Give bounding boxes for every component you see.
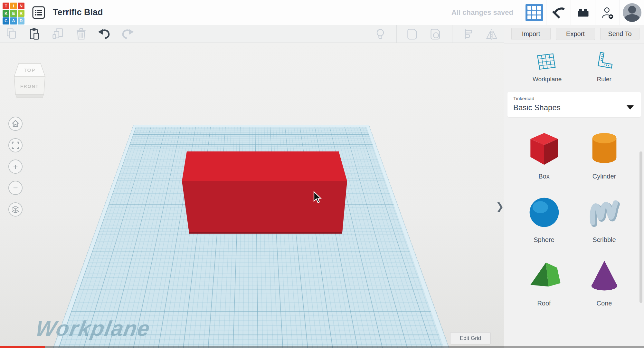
grid-apps-button[interactable]	[526, 4, 543, 21]
send-to-button[interactable]: Send To	[600, 28, 639, 40]
library-brand-label: Tinkercad	[513, 96, 635, 101]
save-status: All changes saved	[451, 8, 513, 17]
logo-tile: T	[3, 3, 9, 9]
invite-person-add-icon	[601, 5, 615, 21]
tinkercad-app: TINKERCAD Terrific Blad All changes save…	[0, 0, 644, 348]
account-menu-button[interactable]	[623, 3, 641, 22]
perspective-cube-icon	[11, 205, 20, 214]
cone-shape-icon	[587, 256, 622, 295]
solid-shape-icon	[406, 27, 419, 40]
minus-icon: −	[13, 183, 18, 193]
hole-button[interactable]	[429, 27, 443, 41]
duplicate-icon	[52, 27, 64, 40]
align-button[interactable]	[461, 27, 476, 41]
zoom-out-button[interactable]: −	[8, 181, 23, 195]
perspective-toggle-button[interactable]	[8, 202, 23, 217]
viewport-3d[interactable]: Workplane TOP FRONT	[0, 43, 504, 348]
home-view-button[interactable]	[8, 117, 23, 131]
duplicate-button[interactable]	[51, 27, 65, 41]
design-title: Terrific Blad	[53, 7, 103, 17]
red-box-object[interactable]	[182, 151, 347, 234]
copy-button[interactable]	[5, 27, 19, 41]
import-button[interactable]: Import	[511, 28, 551, 40]
ruler-tool-label: Ruler	[597, 76, 611, 83]
library-selected-value: Basic Shapes	[513, 103, 635, 112]
shape-label: Sphere	[534, 236, 554, 244]
zoom-in-button[interactable]: +	[8, 160, 23, 174]
topbar-right: All changes saved	[451, 0, 644, 25]
hole-shape-icon	[430, 27, 442, 40]
workplane-tool-label: Workplane	[533, 76, 562, 83]
list-icon	[32, 5, 46, 20]
logo-tile: I	[10, 3, 17, 9]
invite-cell	[595, 0, 620, 25]
shape-item-roof[interactable]: Roof	[514, 256, 574, 307]
scribble-shape-icon	[587, 193, 622, 232]
logo-tile: A	[10, 17, 17, 24]
shape-label: Scribble	[592, 236, 616, 244]
shape-library-dropdown[interactable]: Tinkercad Basic Shapes	[507, 92, 641, 117]
paste-icon	[28, 27, 41, 40]
fit-view-icon	[11, 141, 20, 150]
toolbar-divider	[364, 25, 364, 43]
solid-button[interactable]	[406, 27, 420, 41]
undo-button[interactable]	[97, 27, 111, 41]
copy-icon	[5, 27, 18, 40]
minecraft-pickaxe-icon	[552, 5, 566, 20]
mirror-button[interactable]	[485, 27, 499, 41]
logo-tile: N	[18, 3, 24, 9]
ruler-icon	[592, 51, 616, 72]
shape-item-scribble[interactable]: Scribble	[574, 193, 634, 244]
top-bar: TINKERCAD Terrific Blad All changes save…	[0, 0, 644, 25]
shape-item-sphere[interactable]: Sphere	[514, 193, 574, 244]
show-all-button[interactable]	[373, 27, 387, 41]
redo-button[interactable]	[120, 27, 135, 41]
logo-tile: E	[10, 10, 17, 17]
shape-label: Cylinder	[592, 173, 616, 180]
shape-item-cylinder[interactable]: Cylinder	[574, 130, 634, 180]
view-cube-front-label: FRONT	[20, 84, 39, 89]
workplane-tool[interactable]: Workplane	[533, 51, 562, 83]
brick-icon	[576, 5, 590, 20]
video-progress-played	[0, 346, 45, 348]
grid-apps-cell	[522, 0, 546, 25]
shape-item-cone[interactable]: Cone	[574, 256, 634, 307]
redo-icon	[121, 27, 134, 41]
shape-label: Cone	[597, 300, 612, 307]
shape-item-box[interactable]: Box	[514, 130, 574, 180]
export-button[interactable]: Export	[556, 28, 595, 40]
avatar-cell	[620, 0, 644, 25]
workplane-icon	[535, 51, 559, 72]
video-progress-bar[interactable]	[0, 346, 644, 348]
roof-shape-icon	[526, 256, 562, 295]
shape-grid: Box Cylinder Sphere	[504, 117, 644, 314]
fit-view-button[interactable]	[8, 138, 23, 152]
invite-button[interactable]	[601, 5, 615, 20]
design-menu-button[interactable]	[32, 5, 46, 20]
ruler-tool[interactable]: Ruler	[592, 51, 616, 83]
shape-label: Box	[538, 173, 549, 180]
undo-icon	[98, 27, 111, 41]
view-cube[interactable]: TOP FRONT	[12, 62, 47, 102]
sphere-shape-icon	[526, 193, 562, 232]
plus-icon: +	[13, 162, 18, 172]
brick-button[interactable]	[576, 5, 590, 20]
grid-apps-icon	[527, 6, 531, 10]
shapes-panel: Import Export Send To Workplane	[504, 25, 644, 348]
delete-button[interactable]	[74, 27, 88, 41]
edit-grid-button[interactable]: Edit Grid	[450, 332, 491, 344]
toolbar-divider	[452, 25, 452, 43]
panel-scrollbar[interactable]	[639, 151, 642, 303]
minecraft-button[interactable]	[552, 5, 566, 20]
toolbar-divider	[396, 25, 397, 43]
view-cube-top-label: TOP	[24, 67, 36, 73]
scene-overlay	[0, 43, 504, 348]
lightbulb-icon	[374, 27, 387, 40]
edit-toolbar	[0, 25, 504, 43]
panel-actions: Import Export Send To	[504, 25, 644, 44]
paste-button[interactable]	[28, 27, 42, 41]
tinkercad-logo[interactable]: TINKERCAD	[3, 3, 24, 24]
box-shape-icon	[526, 130, 562, 168]
panel-collapse-button[interactable]: ❯	[496, 201, 504, 212]
shape-label: Roof	[537, 300, 551, 307]
